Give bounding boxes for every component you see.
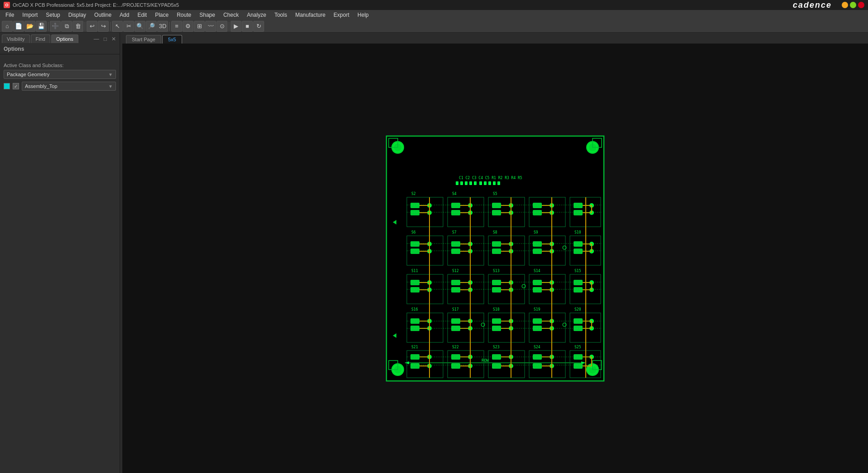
- tb-refresh[interactable]: ↻: [253, 21, 264, 32]
- window-controls: [842, 2, 864, 8]
- menu-tools[interactable]: Tools: [271, 11, 291, 19]
- maximize-button[interactable]: [850, 2, 856, 8]
- tb-copy[interactable]: ⧉: [61, 21, 72, 32]
- menu-outline[interactable]: Outline: [91, 11, 115, 19]
- menu-route[interactable]: Route: [173, 11, 195, 19]
- svg-rect-138: [492, 287, 501, 293]
- svg-rect-130: [451, 287, 460, 293]
- svg-text:S24: S24: [534, 345, 540, 349]
- svg-rect-129: [451, 280, 460, 285]
- tb-undo[interactable]: ↩: [87, 21, 97, 32]
- tb-run[interactable]: ▶: [231, 21, 241, 32]
- tb-layers[interactable]: ≡: [171, 21, 182, 32]
- svg-rect-83: [451, 241, 460, 247]
- svg-text:S25: S25: [574, 345, 581, 349]
- tb-stop[interactable]: ■: [242, 21, 253, 32]
- menu-display[interactable]: Display: [65, 11, 90, 19]
- panel-tab-bar: Visibility Find Options — □ ✕: [0, 33, 120, 43]
- tb-save[interactable]: 💾: [36, 21, 47, 32]
- svg-rect-154: [574, 280, 583, 285]
- tb-new[interactable]: 📄: [13, 21, 24, 32]
- svg-rect-121: [410, 280, 420, 285]
- svg-rect-46: [492, 203, 501, 208]
- tb-add[interactable]: ➕: [50, 21, 61, 32]
- svg-rect-54: [533, 203, 542, 208]
- cadence-brand: cadence: [793, 0, 832, 10]
- menu-place[interactable]: Place: [151, 11, 172, 19]
- canvas-area[interactable]: C1 C2 C3 C4 C5 R1 R2 R3 R4 R5 ROW S2 S4 …: [122, 44, 868, 473]
- svg-rect-147: [533, 287, 542, 293]
- tab-visibility[interactable]: Visibility: [2, 34, 30, 43]
- svg-rect-62: [574, 203, 583, 208]
- svg-rect-12: [465, 181, 468, 185]
- subclass-visibility-check[interactable]: ✓: [13, 83, 19, 89]
- svg-rect-0: [386, 136, 604, 381]
- svg-rect-39: [451, 210, 460, 215]
- svg-text:S12: S12: [452, 269, 459, 273]
- tab-find[interactable]: Find: [31, 34, 50, 43]
- svg-text:S4: S4: [452, 192, 457, 196]
- tab-start-page[interactable]: Start Page: [126, 35, 161, 44]
- subclass-color-box[interactable]: [4, 83, 10, 89]
- close-button[interactable]: [858, 2, 864, 8]
- svg-rect-13: [469, 181, 472, 185]
- svg-text:S14: S14: [534, 269, 540, 273]
- svg-rect-55: [533, 210, 542, 215]
- svg-text:ROW: ROW: [482, 358, 489, 363]
- menu-add[interactable]: Add: [116, 11, 133, 19]
- tb-delete[interactable]: 🗑: [72, 21, 83, 32]
- svg-text:S5: S5: [493, 192, 497, 196]
- toolbar-sep-4: [169, 22, 170, 31]
- tb-open[interactable]: 📂: [24, 21, 35, 32]
- menu-export[interactable]: Export: [330, 11, 353, 19]
- tb-select[interactable]: ↖: [112, 21, 123, 32]
- toolbar-sep-2: [85, 22, 85, 31]
- svg-rect-31: [410, 210, 420, 215]
- tb-3d[interactable]: 3D: [157, 21, 168, 32]
- menu-file[interactable]: File: [2, 11, 18, 19]
- class-dropdown[interactable]: Package Geometry ▼: [4, 70, 116, 79]
- svg-rect-108: [574, 241, 583, 247]
- panel-minimize-button[interactable]: —: [92, 34, 101, 43]
- titlebar-left: O OrCAD X PCB Professional: 5x5.brd Proj…: [4, 2, 179, 8]
- tb-grid[interactable]: ⊞: [194, 21, 205, 32]
- menu-import[interactable]: Import: [19, 11, 41, 19]
- svg-text:S8: S8: [493, 230, 497, 234]
- svg-rect-16: [484, 181, 487, 185]
- class-label: Active Class and Subclass:: [4, 63, 116, 68]
- menu-shape[interactable]: Shape: [196, 11, 219, 19]
- tb-settings[interactable]: ⚙: [183, 21, 193, 32]
- subclass-row: ✓ Assembly_Top ▼: [4, 82, 116, 91]
- menu-edit[interactable]: Edit: [134, 11, 150, 19]
- menu-help[interactable]: Help: [354, 11, 372, 19]
- svg-rect-146: [533, 280, 542, 285]
- svg-rect-247: [574, 363, 583, 369]
- tb-route-btn[interactable]: 〰: [205, 21, 216, 32]
- tab-5x5[interactable]: 5x5: [162, 35, 182, 44]
- tabbar: Start Page 5x5: [122, 33, 868, 44]
- tb-zoom-in[interactable]: 🔍: [135, 21, 145, 32]
- menu-analyze[interactable]: Analyze: [243, 11, 270, 19]
- svg-rect-63: [574, 210, 583, 215]
- tb-redo[interactable]: ↪: [98, 21, 109, 32]
- menu-manufacture[interactable]: Manufacture: [292, 11, 329, 19]
- subclass-dropdown[interactable]: Assembly_Top ▼: [22, 82, 116, 91]
- svg-text:S2: S2: [411, 192, 416, 196]
- toolbar-sep-5: [229, 22, 229, 31]
- panel-restore-button[interactable]: □: [102, 34, 109, 43]
- tb-zoom-out[interactable]: 🔎: [146, 21, 157, 32]
- menu-setup[interactable]: Setup: [42, 11, 63, 19]
- svg-text:S17: S17: [452, 307, 459, 312]
- panel-close-button[interactable]: ✕: [110, 34, 118, 43]
- tb-cut[interactable]: ✂: [123, 21, 134, 32]
- tb-home[interactable]: ⌂: [2, 21, 13, 32]
- tb-via[interactable]: ⊙: [217, 21, 227, 32]
- tab-options[interactable]: Options: [51, 34, 78, 43]
- svg-rect-11: [460, 181, 463, 185]
- svg-rect-155: [574, 287, 583, 293]
- svg-text:S6: S6: [411, 230, 416, 234]
- svg-rect-239: [533, 363, 542, 369]
- svg-rect-84: [451, 249, 460, 254]
- minimize-button[interactable]: [842, 2, 848, 8]
- menu-check[interactable]: Check: [220, 11, 242, 19]
